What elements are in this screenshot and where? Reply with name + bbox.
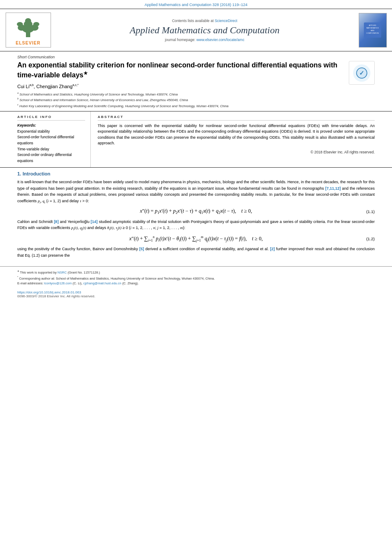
ref-5[interactable]: [5] (139, 247, 144, 251)
svg-text:APPLIED: APPLIED (369, 24, 376, 26)
svg-point-6 (17, 22, 23, 26)
elsevier-logo: ELSEVIER (4, 13, 52, 48)
article-info-abstract: ARTICLE INFO Keywords: Exponential stabi… (0, 111, 392, 168)
ref-8[interactable]: [8] (54, 220, 59, 224)
elsevier-wordmark: ELSEVIER (8, 41, 49, 45)
affiliations: a School of Mathematics and Statistics, … (17, 92, 375, 108)
ref-2[interactable]: [2] (270, 247, 275, 251)
author-2: Chengjian Zhanga,c,* (36, 84, 79, 89)
nsrc-link[interactable]: NSRC (57, 271, 67, 274)
equation-1-1-number: (1.1) (366, 209, 375, 214)
bottom-links: https://doi.org/10.1016/j.amc.2018.01.06… (0, 289, 392, 301)
keyword-2: Second-order functional differentialequa… (17, 134, 85, 146)
copyright: © 2018 Elsevier Inc. All rights reserved… (98, 150, 375, 154)
svg-text:✓: ✓ (359, 70, 364, 76)
svg-point-3 (25, 18, 31, 23)
affiliation-a: a School of Mathematics and Statistics, … (17, 92, 375, 97)
article-info-header: ARTICLE INFO (17, 115, 85, 121)
homepage-link[interactable]: www.elsevier.com/locate/amc (196, 38, 244, 42)
logo-box: ELSEVIER (6, 13, 51, 48)
keyword-3: Time-variable delay (17, 146, 85, 153)
footnote-email: E-mail addresses: lconlyou@126.com (C. L… (17, 281, 375, 286)
intro-paragraph-3: using the positivity of the Cauchy funct… (17, 246, 375, 258)
intro-paragraph-1: It is well-known that the second-order F… (17, 179, 375, 204)
elsevier-tree-icon (13, 15, 43, 38)
abstract-text: This paper is concerned with the exponen… (98, 123, 375, 146)
affiliation-c: c Hubei Key Laboratory of Engineering Mo… (17, 103, 375, 108)
article-title: An exponential stability criterion for n… (17, 61, 375, 80)
equation-1-2: x″(t) + ∑i=1n pi(t)x′(t − θi(t)) + ∑j=1m… (17, 235, 375, 242)
footnote-2: * Corresponding author at: School of Mat… (17, 275, 375, 281)
journal-citation: Applied Mathematics and Computation 328 … (0, 0, 392, 9)
cover-graphic-icon: APPLIED MATHEMATICS AND COMPUTATION (364, 22, 381, 38)
cover-image: APPLIED MATHEMATICS AND COMPUTATION (359, 13, 387, 48)
equation-1-1: x″(t) = p1x′(t) + p2x′(t − τ) + q1x(t) +… (17, 208, 375, 215)
equation-1-1-content: x″(t) = p1x′(t) + p2x′(t − τ) + q1x(t) +… (140, 208, 252, 215)
svg-text:MATHEMATICS: MATHEMATICS (367, 27, 379, 29)
check-for-updates-badge: ✓ (349, 61, 375, 85)
contents-available-line: Contents lists available at ScienceDirec… (56, 19, 353, 23)
sciencedirect-link[interactable]: ScienceDirect (215, 19, 237, 23)
svg-text:COMPUTATION: COMPUTATION (367, 32, 379, 34)
journal-header: ELSEVIER Contents lists available at Sci… (0, 9, 392, 51)
svg-point-7 (33, 22, 39, 26)
ref-14[interactable]: [14] (91, 220, 98, 224)
body-content: 1. Introduction It is well-known that th… (0, 167, 392, 264)
section-1-title: 1. Introduction (17, 171, 375, 176)
homepage-line: journal homepage: www.elsevier.com/locat… (56, 38, 353, 42)
journal-center: Contents lists available at ScienceDirec… (56, 13, 353, 48)
citation-text: Applied Mathematics and Computation 328 … (144, 3, 247, 7)
abstract-header: ABSTRACT (98, 115, 375, 121)
page: Applied Mathematics and Computation 328 … (0, 0, 392, 535)
article-info-col: ARTICLE INFO Keywords: Exponential stabi… (17, 111, 91, 168)
intro-paragraph-2: Cahlon and Schmidt [8] and Yeniçerlioğlu… (17, 219, 375, 232)
authors: Cui Lia,b, Chengjian Zhanga,c,* (17, 83, 375, 89)
abstract-col: ABSTRACT This paper is concerned with th… (98, 111, 375, 168)
keyword-1: Exponential stability (17, 129, 85, 135)
svg-text:AND: AND (371, 29, 375, 32)
article-type: Short Communication (17, 55, 375, 59)
keywords-title: Keywords: (17, 123, 85, 127)
check-updates-icon: ✓ (353, 64, 370, 82)
journal-cover: APPLIED MATHEMATICS AND COMPUTATION (357, 13, 388, 48)
article-section: Short Communication An exponential stabi… (0, 51, 392, 108)
issn-line: 0096-3003/© 2018 Elsevier Inc. All right… (17, 294, 375, 298)
equation-1-2-number: (1.2) (366, 236, 375, 241)
email-1-link[interactable]: lconlyou@126.com (44, 281, 72, 285)
journal-title: Applied Mathematics and Computation (56, 25, 353, 36)
affiliation-b: b School of Mathematics and Information … (17, 97, 375, 102)
footnote-1: ★ This work is supported by NSRC (Grant … (17, 269, 375, 275)
keyword-4: Second-order ordinary differential equat… (17, 152, 85, 164)
ref-7-11-12[interactable]: [7,11,12] (325, 186, 341, 191)
author-1: Cui Lia,b (17, 84, 34, 89)
equation-1-2-content: x″(t) + ∑i=1n pi(t)x′(t − θi(t)) + ∑j=1m… (129, 235, 263, 242)
email-2-link[interactable]: cjzhang@mail.hust.edu.cn (83, 281, 121, 285)
doi-link[interactable]: https://doi.org/10.1016/j.amc.2018.01.06… (17, 290, 375, 294)
footnotes: ★ This work is supported by NSRC (Grant … (0, 266, 392, 289)
